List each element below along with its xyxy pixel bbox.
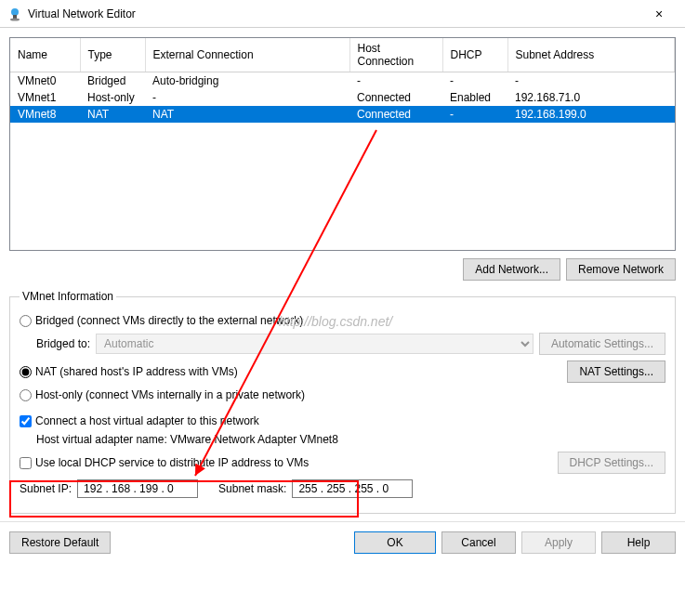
dhcp-check[interactable] [20, 457, 32, 469]
window-title: Virtual Network Editor [28, 7, 640, 20]
remove-network-button[interactable]: Remove Network [566, 258, 676, 281]
col-type[interactable]: Type [80, 38, 145, 72]
dhcp-settings-button[interactable]: DHCP Settings... [558, 452, 665, 474]
vmnet-info-legend: VMnet Information [20, 290, 116, 303]
bridged-to-label: Bridged to: [36, 337, 90, 350]
subnet-mask-input[interactable]: 255 . 255 . 255 . 0 [292, 479, 413, 498]
dhcp-check-label[interactable]: Use local DHCP service to distribute IP … [20, 456, 309, 469]
host-adapter-name: Host virtual adapter name: VMware Networ… [36, 433, 338, 446]
nat-radio-label[interactable]: NAT (shared host's IP address with VMs) [20, 365, 238, 378]
host-adapter-check[interactable] [20, 415, 32, 427]
bridged-radio[interactable] [20, 315, 32, 327]
col-host[interactable]: Host Connection [349, 38, 442, 72]
table-row[interactable]: VMnet8 NAT NAT Connected - 192.168.199.0 [10, 106, 675, 123]
bridged-select[interactable]: Automatic [96, 334, 534, 354]
subnet-ip-label: Subnet IP: [20, 482, 72, 495]
table-row[interactable]: VMnet1 Host-only - Connected Enabled 192… [10, 89, 675, 106]
col-ext[interactable]: External Connection [145, 38, 349, 72]
titlebar: Virtual Network Editor × [0, 0, 685, 28]
table-row[interactable]: VMnet0 Bridged Auto-bridging - - - [10, 72, 675, 90]
help-button[interactable]: Help [601, 531, 676, 554]
ok-button[interactable]: OK [354, 531, 436, 554]
hostonly-radio[interactable] [20, 389, 32, 401]
subnet-mask-label: Subnet mask: [218, 482, 286, 495]
bridged-radio-label[interactable]: Bridged (connect VMs directly to the ext… [20, 314, 303, 327]
svg-point-2 [10, 18, 20, 20]
network-table[interactable]: Name Type External Connection Host Conne… [9, 37, 676, 251]
cancel-button[interactable]: Cancel [441, 531, 516, 554]
col-name[interactable]: Name [10, 38, 80, 72]
col-dhcp[interactable]: DHCP [442, 38, 507, 72]
svg-point-0 [11, 8, 19, 16]
col-subnet[interactable]: Subnet Address [507, 38, 675, 72]
vmnet-info-group: VMnet Information Bridged (connect VMs d… [9, 290, 676, 514]
nat-settings-button[interactable]: NAT Settings... [567, 360, 665, 383]
subnet-ip-input[interactable]: 192 . 168 . 199 . 0 [77, 479, 198, 498]
host-adapter-check-label[interactable]: Connect a host virtual adapter to this n… [20, 414, 259, 427]
apply-button[interactable]: Apply [521, 531, 596, 554]
automatic-settings-button[interactable]: Automatic Settings... [539, 333, 665, 355]
hostonly-radio-label[interactable]: Host-only (connect VMs internally in a p… [20, 388, 305, 401]
app-icon [7, 7, 22, 21]
add-network-button[interactable]: Add Network... [463, 258, 560, 281]
restore-default-button[interactable]: Restore Default [9, 531, 111, 554]
table-header-row: Name Type External Connection Host Conne… [10, 38, 675, 72]
nat-radio[interactable] [20, 366, 32, 378]
close-button[interactable]: × [640, 7, 678, 21]
